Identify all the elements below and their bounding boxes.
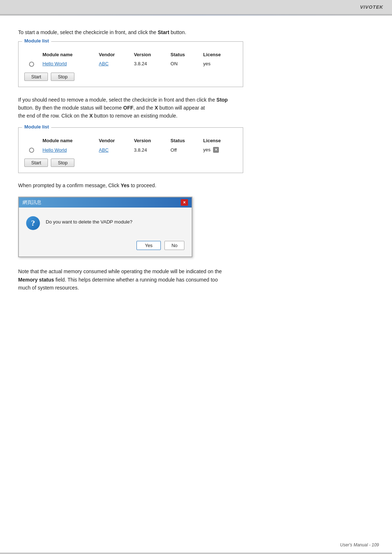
yes-button[interactable]: Yes xyxy=(136,241,161,250)
col-module-name-2: Module name xyxy=(39,136,95,145)
module-list-1-title: Module list xyxy=(22,38,51,44)
module-name-link-1[interactable]: Hello World xyxy=(42,61,67,66)
module-name-link-2[interactable]: Hello World xyxy=(42,147,67,153)
btn-row-2: Start Stop xyxy=(24,159,237,167)
table-header-row-2: Module name Vendor Version Status Licens… xyxy=(24,136,237,145)
note-text-end: much of system resources. xyxy=(18,285,79,291)
content-area: To start a module, select the checkcircl… xyxy=(0,16,392,553)
dialog-footer: Yes No xyxy=(19,237,192,257)
cell-radio-1[interactable] xyxy=(24,59,39,69)
module-list-1: Module list Module name Vendor Version S… xyxy=(18,41,243,87)
col-module-name-1: Module name xyxy=(39,50,95,59)
cell-vendor-1[interactable]: ABC xyxy=(95,59,130,69)
cell-license-1: yes xyxy=(200,59,237,69)
second-paragraph: If you should need to remove a module, s… xyxy=(18,96,374,120)
memory-status-bold: Memory status xyxy=(18,277,54,283)
cell-license-2: yes ✕ xyxy=(200,145,237,155)
cell-module-name-2[interactable]: Hello World xyxy=(39,145,95,155)
second-para-line3-end: button to remove an existing module. xyxy=(93,113,177,119)
confirm-intro-before: When prompted by a confirm message, Clic… xyxy=(18,182,121,188)
second-para-line1-before: If you should need to remove a module, s… xyxy=(18,97,216,103)
table-header-row-1: Module name Vendor Version Status Licens… xyxy=(24,50,237,59)
note-text-middle: field. This helps determine whether a ru… xyxy=(54,277,218,283)
dialog-wrapper: 網頁訊息 × ? Do you want to delete the VADP … xyxy=(18,197,374,257)
intro-bold-start: Start xyxy=(158,29,169,35)
col-vendor-1: Vendor xyxy=(95,50,130,59)
dialog-message: Do you want to delete the VADP module? xyxy=(46,216,132,225)
confirm-intro-bold: Yes xyxy=(121,182,129,188)
vendor-link-2[interactable]: ABC xyxy=(99,147,109,153)
second-para-line2-end: button will appear at xyxy=(158,105,205,111)
col-version-2: Version xyxy=(130,136,167,145)
confirm-intro-after: to proceed. xyxy=(130,182,156,188)
start-button-2[interactable]: Start xyxy=(24,159,48,167)
brand-logo: VIVOTEK xyxy=(360,4,383,10)
dialog-icon-area: ? xyxy=(26,216,40,230)
cell-module-name-1[interactable]: Hello World xyxy=(39,59,95,69)
remove-icon[interactable]: ✕ xyxy=(213,147,219,153)
col-license-2: License xyxy=(200,136,237,145)
module-table-1: Module name Vendor Version Status Licens… xyxy=(24,50,237,69)
cell-version-2: 3.8.24 xyxy=(130,145,167,155)
second-para-x-bold: X xyxy=(155,105,158,111)
intro-paragraph: To start a module, select the checkcircl… xyxy=(18,29,374,36)
col-radio-2 xyxy=(24,136,39,145)
cell-status-1: ON xyxy=(167,59,200,69)
col-status-2: Status xyxy=(167,136,200,145)
cell-version-1: 3.8.24 xyxy=(130,59,167,69)
second-para-line3: the end of the row. Click on the xyxy=(18,113,89,119)
page-footer: User's Manual - 109 xyxy=(340,542,379,547)
second-para-line2-mid: , and the xyxy=(134,105,155,111)
module-table-2: Module name Vendor Version Status Licens… xyxy=(24,136,237,155)
question-icon: ? xyxy=(26,216,40,230)
second-para-off-bold: OFF xyxy=(123,105,134,111)
col-status-1: Status xyxy=(167,50,200,59)
no-button[interactable]: No xyxy=(164,241,184,250)
stop-button-2[interactable]: Stop xyxy=(51,159,74,167)
module-list-2: Module list Module name Vendor Version S… xyxy=(18,127,243,173)
dialog-body: ? Do you want to delete the VADP module? xyxy=(19,208,192,237)
cell-status-2: Off xyxy=(167,145,200,155)
col-radio-1 xyxy=(24,50,39,59)
radio-button-2[interactable] xyxy=(29,148,34,153)
intro-text-after: button. xyxy=(169,29,186,35)
start-button-1[interactable]: Start xyxy=(24,73,48,81)
btn-row-1: Start Stop xyxy=(24,73,237,81)
note-text-before: Note that the actual memory consumed whi… xyxy=(18,268,222,274)
table-row: Hello World ABC 3.8.24 Off yes ✕ xyxy=(24,145,237,155)
radio-button-1[interactable] xyxy=(29,62,34,67)
dialog-title: 網頁訊息 xyxy=(23,199,41,206)
vendor-link-1[interactable]: ABC xyxy=(99,61,109,66)
confirm-intro-paragraph: When prompted by a confirm message, Clic… xyxy=(18,182,374,189)
intro-text-before: To start a module, select the checkcircl… xyxy=(18,29,158,35)
confirm-dialog: 網頁訊息 × ? Do you want to delete the VADP … xyxy=(18,197,192,257)
cell-radio-2[interactable] xyxy=(24,145,39,155)
second-para-line2: button. By then the module status will b… xyxy=(18,105,123,111)
module-list-2-title: Module list xyxy=(22,124,51,130)
dialog-titlebar: 網頁訊息 × xyxy=(19,197,192,208)
table-row: Hello World ABC 3.8.24 ON yes xyxy=(24,59,237,69)
col-license-1: License xyxy=(200,50,237,59)
note-paragraph: Note that the actual memory consumed whi… xyxy=(18,267,374,292)
dialog-close-button[interactable]: × xyxy=(181,199,188,206)
stop-button-1[interactable]: Stop xyxy=(51,73,74,81)
cell-vendor-2[interactable]: ABC xyxy=(95,145,130,155)
top-bar: VIVOTEK xyxy=(0,0,392,15)
col-vendor-2: Vendor xyxy=(95,136,130,145)
second-para-stop-bold: Stop xyxy=(216,97,228,103)
col-version-1: Version xyxy=(130,50,167,59)
page-number: User's Manual - 109 xyxy=(340,542,379,547)
